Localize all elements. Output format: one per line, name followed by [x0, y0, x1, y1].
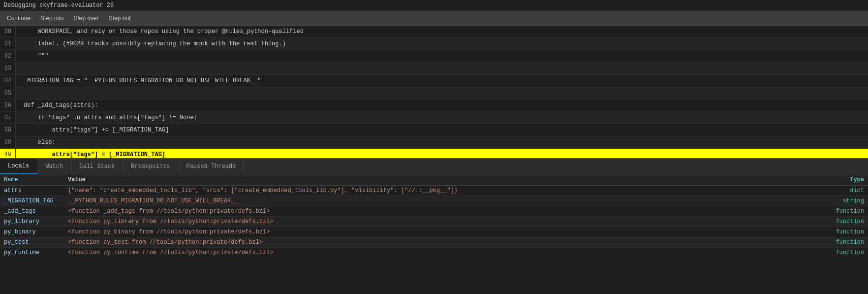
step-out-button[interactable]: Step out	[104, 13, 136, 23]
code-line-37: 37 if "tags" in attrs and attrs["tags"] …	[0, 112, 868, 124]
code-line-39: 39 else:	[0, 136, 868, 149]
line-content: def _add_tags(attrs):	[20, 99, 102, 111]
variable-name: _MIGRATION_TAG	[0, 196, 64, 206]
variable-type: function	[819, 248, 868, 258]
line-number: 36	[0, 99, 16, 111]
variable-name: py_test	[0, 237, 64, 248]
table-row[interactable]: _add_tags<function _add_tags from //tool…	[0, 206, 868, 217]
debug-table[interactable]: Name Value Type attrs{"name": "create_em…	[0, 174, 868, 294]
table-row[interactable]: py_library<function py_library from //to…	[0, 217, 868, 227]
variable-name: py_library	[0, 217, 64, 227]
line-number: 32	[0, 50, 16, 62]
step-into-button[interactable]: Step into	[35, 13, 68, 23]
line-number: 37	[0, 112, 16, 124]
variable-value: <function py_runtime from //tools/python…	[64, 248, 819, 258]
table-row[interactable]: py_binary<function py_binary from //tool…	[0, 227, 868, 237]
tab-paused-threads[interactable]: Paused Threads	[178, 159, 244, 174]
toolbar: ContinueStep intoStep overStep out	[0, 11, 868, 26]
line-content: else:	[20, 136, 60, 148]
line-content	[20, 87, 28, 90]
code-editor[interactable]: 30 WORKSPACE, and rely on those repos us…	[0, 26, 868, 159]
tab-watch[interactable]: Watch	[37, 159, 71, 174]
line-content: label. (#9029 tracks possibly replacing …	[20, 38, 290, 50]
variable-value: __PYTHON_RULES_MIGRATION_DO_NOT_USE_WILL…	[64, 196, 819, 206]
variable-type: function	[819, 237, 868, 248]
variable-name: py_binary	[0, 227, 64, 237]
variable-name: _add_tags	[0, 206, 64, 217]
code-line-33: 33	[0, 63, 868, 75]
line-content: """	[20, 50, 52, 62]
line-content: _MIGRATION_TAG = "__PYTHON_RULES_MIGRATI…	[20, 75, 265, 87]
variable-type: function	[819, 206, 868, 217]
line-content	[20, 63, 28, 65]
tab-locals[interactable]: Locals	[0, 159, 37, 174]
table-row[interactable]: attrs{"name": "create_embedded_tools_lib…	[0, 186, 868, 196]
tabs-bar: LocalsWatchCall StackBreakpointsPaused T…	[0, 159, 868, 174]
variable-name: attrs	[0, 186, 64, 196]
variable-value: {"name": "create_embedded_tools_lib", "s…	[64, 186, 819, 196]
line-number: 30	[0, 26, 16, 37]
debug-panel: LocalsWatchCall StackBreakpointsPaused T…	[0, 159, 868, 294]
tab-call-stack[interactable]: Call Stack	[71, 159, 123, 174]
step-over-button[interactable]: Step over	[68, 13, 103, 23]
code-line-40: 40 attrs["tags"] = [_MIGRATION_TAG]	[0, 149, 868, 159]
line-content: WORKSPACE, and rely on those repos using…	[20, 26, 308, 37]
variable-type: string	[819, 196, 868, 206]
col-header-value: Value	[64, 174, 819, 186]
line-number: 35	[0, 87, 16, 99]
line-content: attrs["tags"] += [_MIGRATION_TAG]	[20, 124, 173, 136]
line-number: 40	[0, 149, 16, 159]
code-line-34: 34_MIGRATION_TAG = "__PYTHON_RULES_MIGRA…	[0, 75, 868, 87]
continue-button[interactable]: Continue	[2, 13, 35, 23]
line-number: 34	[0, 75, 16, 87]
table-row[interactable]: py_runtime<function py_runtime from //to…	[0, 248, 868, 258]
code-line-38: 38 attrs["tags"] += [_MIGRATION_TAG]	[0, 124, 868, 136]
col-header-name: Name	[0, 174, 64, 186]
variable-type: function	[819, 227, 868, 237]
col-header-type: Type	[819, 174, 868, 186]
table-row[interactable]: py_test<function py_test from //tools/py…	[0, 237, 868, 248]
variable-value: <function _add_tags from //tools/python:…	[64, 206, 819, 217]
variable-value: <function py_test from //tools/python:pr…	[64, 237, 819, 248]
code-line-32: 32 """	[0, 50, 868, 63]
code-line-30: 30 WORKSPACE, and rely on those repos us…	[0, 26, 868, 38]
variable-value: <function py_binary from //tools/python:…	[64, 227, 819, 237]
variable-type: dict	[819, 186, 868, 196]
line-content: attrs["tags"] = [_MIGRATION_TAG]	[20, 149, 169, 159]
table-row[interactable]: _MIGRATION_TAG__PYTHON_RULES_MIGRATION_D…	[0, 196, 868, 206]
variable-name: py_runtime	[0, 248, 64, 258]
variable-value: <function py_library from //tools/python…	[64, 217, 819, 227]
code-line-36: 36def _add_tags(attrs):	[0, 99, 868, 112]
line-number: 31	[0, 38, 16, 50]
code-line-35: 35	[0, 87, 868, 99]
line-number: 39	[0, 136, 16, 148]
title-bar: Debugging skyframe-evaluator 28	[0, 0, 868, 11]
line-number: 33	[0, 63, 16, 74]
variable-type: function	[819, 217, 868, 227]
line-content: if "tags" in attrs and attrs["tags"] != …	[20, 112, 201, 124]
tab-breakpoints[interactable]: Breakpoints	[123, 159, 178, 174]
window-title: Debugging skyframe-evaluator 28	[4, 2, 114, 9]
code-line-31: 31 label. (#9029 tracks possibly replaci…	[0, 38, 868, 50]
line-number: 38	[0, 124, 16, 136]
